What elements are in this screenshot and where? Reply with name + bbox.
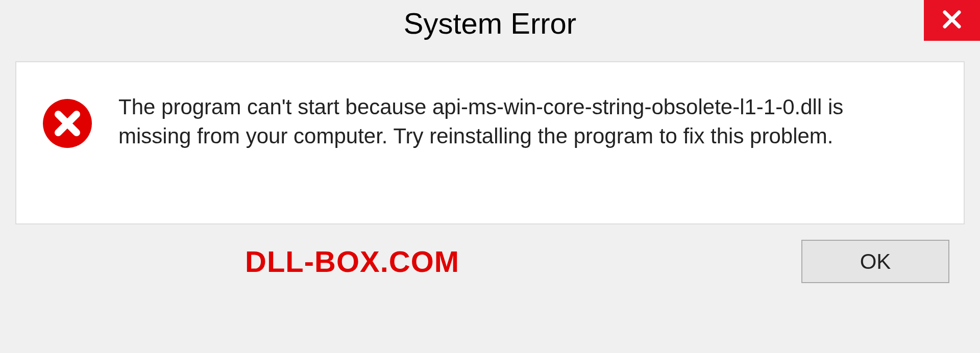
close-icon [940, 7, 964, 34]
ok-button[interactable]: OK [801, 240, 949, 283]
close-button[interactable] [924, 0, 980, 41]
ok-button-label: OK [860, 249, 891, 274]
titlebar: System Error [0, 0, 980, 51]
dialog-title: System Error [404, 6, 576, 40]
watermark-text: DLL-BOX.COM [245, 244, 459, 279]
error-icon [42, 98, 93, 149]
dialog-content: The program can't start because api-ms-w… [15, 61, 965, 224]
dialog-footer: DLL-BOX.COM OK [0, 224, 980, 283]
dialog-message: The program can't start because api-ms-w… [118, 93, 938, 150]
